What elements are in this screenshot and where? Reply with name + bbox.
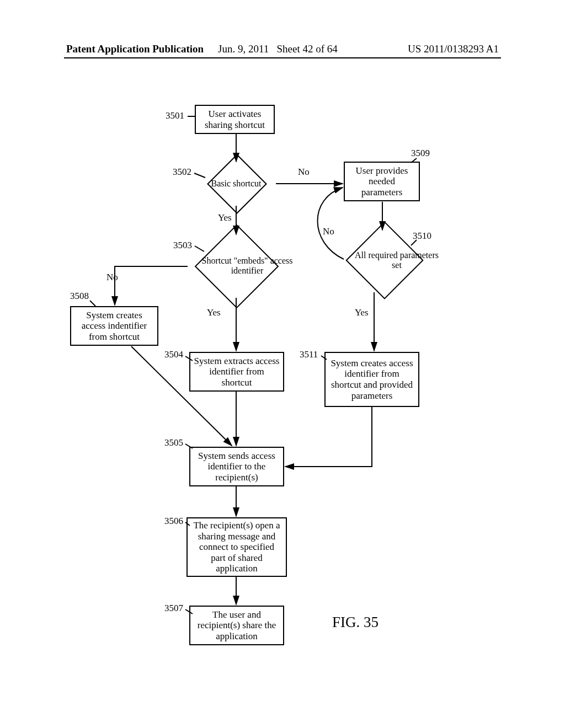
ref-3503: 3503 bbox=[173, 240, 192, 251]
step-3505: System sends access identifier to the re… bbox=[189, 447, 284, 486]
step-3504-text: System extracts access identifier from s… bbox=[194, 356, 280, 388]
step-3509: User provides needed parameters bbox=[344, 162, 420, 201]
decision-3503-text: Shortcut "embeds" access identifier bbox=[195, 256, 300, 275]
pub-date-sheet: Jun. 9, 2011 Sheet 42 of 64 bbox=[218, 43, 338, 55]
decision-3502-text: Basic shortcut bbox=[211, 179, 261, 189]
ref-3506: 3506 bbox=[164, 516, 183, 527]
pub-sheet: Sheet 42 of 64 bbox=[276, 43, 337, 55]
pub-date: Jun. 9, 2011 bbox=[218, 43, 269, 55]
ref-3509: 3509 bbox=[411, 148, 430, 159]
decision-3502: Basic shortcut bbox=[198, 164, 275, 203]
step-3506: The recipient(s) open a sharing message … bbox=[186, 517, 287, 577]
edge-yes-3510: Yes bbox=[355, 307, 369, 318]
ref-3511: 3511 bbox=[300, 349, 318, 360]
figure-label: FIG. 35 bbox=[332, 614, 379, 631]
ref-3510: 3510 bbox=[413, 231, 431, 242]
edge-no-3503: No bbox=[106, 272, 118, 283]
step-3501: User activates sharing shortcut bbox=[195, 105, 275, 134]
pub-type: Patent Application Publication bbox=[66, 43, 204, 55]
decision-3503: Shortcut "embeds" access identifier bbox=[185, 235, 290, 296]
step-3507: The user and recipient(s) share the appl… bbox=[189, 606, 284, 645]
step-3504: System extracts access identifier from s… bbox=[189, 352, 284, 392]
ref-3505: 3505 bbox=[164, 437, 183, 448]
step-3501-text: User activates sharing shortcut bbox=[199, 109, 270, 130]
ref-3504: 3504 bbox=[164, 349, 183, 360]
svg-line-17 bbox=[90, 301, 95, 306]
edge-no-3510: No bbox=[323, 226, 334, 237]
ref-3502: 3502 bbox=[173, 167, 191, 178]
edge-yes-3502: Yes bbox=[218, 212, 232, 223]
edge-yes-3503: Yes bbox=[207, 307, 221, 318]
ref-3508: 3508 bbox=[70, 291, 89, 302]
step-3507-text: The user and recipient(s) share the appl… bbox=[194, 609, 280, 642]
page-header: Patent Application Publication Jun. 9, 2… bbox=[0, 43, 565, 60]
step-3508-text: System creates access indentifier from s… bbox=[74, 310, 154, 342]
page: Patent Application Publication Jun. 9, 2… bbox=[0, 0, 565, 728]
step-3506-text: The recipient(s) open a sharing message … bbox=[191, 520, 282, 574]
step-3509-text: User provides needed parameters bbox=[348, 165, 415, 198]
header-rule bbox=[64, 57, 501, 58]
pub-number: US 2011/0138293 A1 bbox=[408, 43, 499, 55]
step-3511: System creates access identifier from sh… bbox=[324, 352, 419, 407]
step-3505-text: System sends access identifier to the re… bbox=[194, 451, 280, 483]
edge-no-3502: No bbox=[298, 167, 310, 178]
ref-3501: 3501 bbox=[166, 110, 184, 121]
decision-3510-text: All required parameters set bbox=[350, 250, 444, 270]
step-3511-text: System creates access identifier from sh… bbox=[329, 358, 415, 401]
step-3508: System creates access indentifier from s… bbox=[70, 306, 158, 346]
ref-3507: 3507 bbox=[164, 603, 183, 614]
